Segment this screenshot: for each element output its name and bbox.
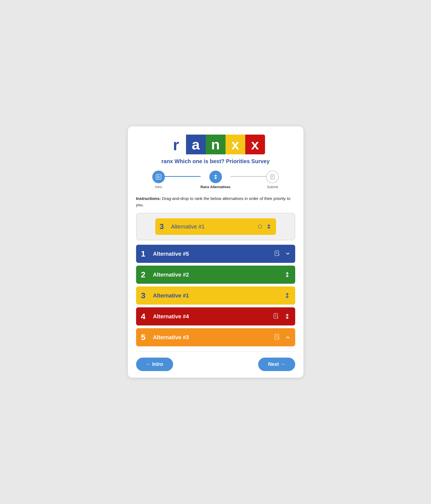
- drag-area[interactable]: 3 Alternative #1 ⬡: [136, 213, 295, 240]
- step-ranx-label: Ranx Alternatives: [201, 185, 230, 189]
- logo-x2: x: [245, 135, 265, 154]
- arrow-down-icon-1: [285, 251, 290, 256]
- step-line-2: [230, 176, 266, 177]
- arrow-up-icon-5: [285, 335, 290, 340]
- dragging-rank: 3: [160, 222, 167, 231]
- arrows-updown-icon-2: [284, 272, 290, 278]
- step-submit: Submit: [266, 171, 279, 189]
- footer: ← Intro Next →: [136, 351, 295, 378]
- back-button[interactable]: ← Intro: [136, 358, 173, 371]
- rank-label-1: Alternative #5: [153, 251, 269, 257]
- rank-label-5: Alternative #3: [153, 334, 269, 341]
- dragging-item[interactable]: 3 Alternative #1 ⬡: [155, 218, 276, 235]
- survey-card: r a n x x ranx Which one is best? Priori…: [128, 126, 303, 378]
- logo-n: n: [206, 135, 226, 154]
- svg-rect-2: [275, 251, 279, 256]
- dragging-arrows-icon: [266, 224, 272, 229]
- rank-item-5[interactable]: 5 Alternative #3: [136, 328, 295, 346]
- progress-steps: Intro Ranx Alternatives Submit: [136, 171, 295, 189]
- arrows-updown-icon-4: [284, 313, 290, 319]
- rank-label-2: Alternative #2: [153, 272, 280, 278]
- step-line-1: [165, 176, 201, 177]
- step-ranx-circle: [209, 171, 222, 183]
- rank-num-1: 1: [141, 249, 149, 258]
- logo-x1: x: [226, 135, 245, 154]
- logo-r: r: [166, 135, 186, 154]
- rank-item-1[interactable]: 1 Alternative #5: [136, 245, 295, 263]
- rank-item-2[interactable]: 2 Alternative #2: [136, 266, 295, 284]
- step-intro-label: Intro: [155, 185, 162, 189]
- arrows-updown-icon-3: [284, 293, 290, 299]
- pdf-icon-5: [274, 334, 281, 341]
- step-submit-label: Submit: [267, 185, 278, 189]
- rank-item-4[interactable]: 4 Alternative #4: [136, 307, 295, 325]
- svg-rect-3: [274, 313, 278, 318]
- next-button[interactable]: Next →: [258, 358, 295, 371]
- survey-title: ranx Which one is best? Priorities Surve…: [136, 158, 295, 165]
- rank-label-4: Alternative #4: [153, 313, 268, 320]
- rank-num-5: 5: [141, 333, 149, 342]
- rank-label-3: Alternative #1: [153, 293, 280, 299]
- pdf-icon-1: [274, 250, 281, 257]
- rank-list: 1 Alternative #5 2 Alternative #2 3 Alte…: [136, 245, 295, 346]
- step-intro-circle: [152, 171, 165, 183]
- instructions: Instructions: Drag-and-drop to rank the …: [136, 196, 295, 208]
- rank-num-2: 2: [141, 270, 149, 279]
- step-submit-circle: [266, 171, 279, 183]
- step-ranx: Ranx Alternatives: [201, 171, 230, 189]
- step-intro: Intro: [152, 171, 165, 189]
- rank-num-3: 3: [141, 291, 149, 300]
- dragging-label: Alternative #1: [171, 224, 254, 230]
- rank-item-3[interactable]: 3 Alternative #1: [136, 286, 295, 305]
- logo: r a n x x: [136, 135, 295, 154]
- instructions-prefix: Instructions:: [136, 196, 161, 201]
- logo-a: a: [186, 135, 206, 154]
- svg-rect-4: [275, 334, 279, 339]
- dragging-sort-icon: ⬡: [258, 224, 262, 230]
- pdf-icon-4: [273, 313, 280, 320]
- rank-num-4: 4: [141, 312, 149, 321]
